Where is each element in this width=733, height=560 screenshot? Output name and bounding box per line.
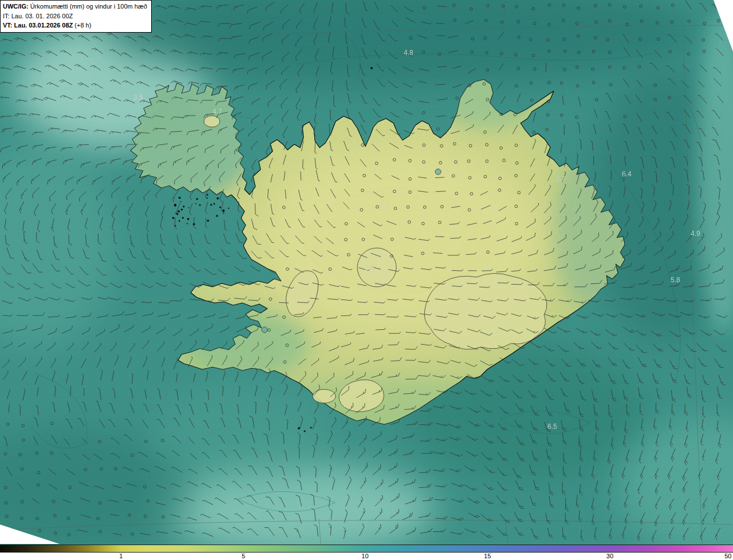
contour-label: 6.5 [547, 423, 557, 431]
valid-offset: (+8 h) [74, 22, 91, 29]
colorbar-tick-labels: 1510153050 [0, 553, 733, 560]
colorbar-tick-label: 30 [606, 553, 613, 559]
contour-label: 4.9 [691, 230, 700, 238]
map-canvas: 4.83.54.76.42.72.24.93.65.86.5 [0, 0, 733, 545]
valid-time-line: VT: Lau. 03.01.2026 08Z (+8 h) [3, 21, 147, 30]
colorbar: 1510153050 [0, 545, 733, 560]
map-info-box: UWC/IG: Úrkomumætti (mm) og vindur i 100… [0, 0, 152, 33]
weather-map-page: 4.83.54.76.42.72.24.93.65.86.5 UWC/IG: Ú… [0, 0, 733, 560]
colorbar-tick-label: 1 [119, 553, 123, 559]
contour-label: 4.7 [212, 108, 222, 116]
contour-label: 6.4 [622, 170, 632, 178]
contour-label: 3.5 [133, 93, 143, 101]
colorbar-tick-label: 15 [484, 553, 491, 559]
title-line: UWC/IG: Úrkomumætti (mm) og vindur i 100… [3, 2, 147, 11]
model-label: UWC/IG: [3, 3, 29, 10]
colorbar-tick-label: 10 [361, 553, 368, 559]
contour-label: 4.8 [404, 49, 413, 57]
contour-label: 2.7 [556, 175, 566, 183]
valid-time: VT: Lau. 03.01.2026 08Z [3, 22, 73, 29]
contour-label: 2.2 [379, 203, 389, 211]
init-time-line: IT: Lau. 03. 01. 2026 00Z [3, 11, 147, 21]
contour-label: 5.8 [671, 276, 680, 284]
colorbar-gradient-bar [0, 545, 733, 553]
colorbar-tick-label: 50 [724, 553, 731, 559]
product-title: Úrkomumætti (mm) og vindur i 100m hæð [30, 3, 147, 10]
texture-overlay [0, 0, 733, 545]
colorbar-tick-label: 5 [242, 553, 245, 559]
contour-label: 3.6 [365, 264, 375, 272]
